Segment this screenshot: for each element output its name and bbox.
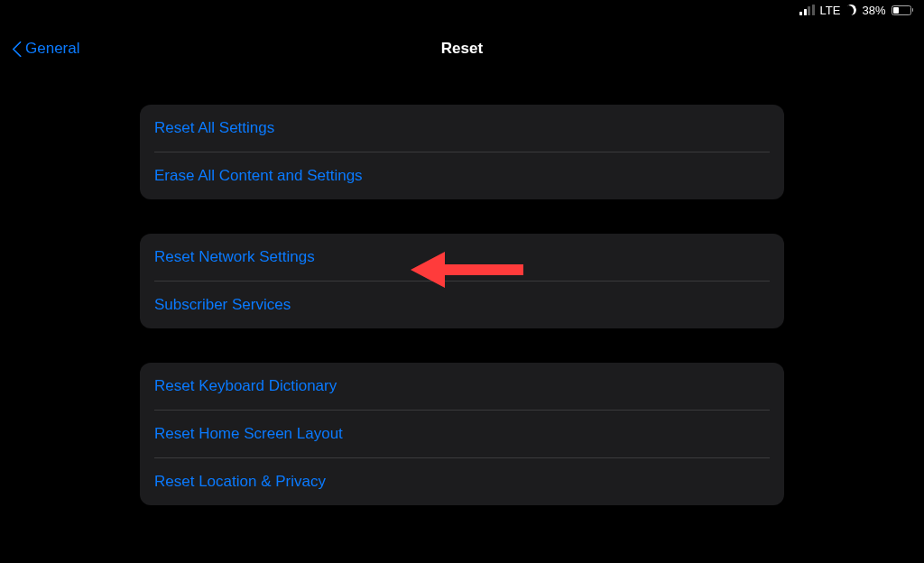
subscriber-services[interactable]: Subscriber Services xyxy=(140,282,784,328)
cell-label: Reset All Settings xyxy=(154,105,770,152)
cell-label: Reset Location & Privacy xyxy=(154,458,770,505)
cell-label: Reset Keyboard Dictionary xyxy=(154,363,770,411)
reset-network-settings[interactable]: Reset Network Settings xyxy=(140,234,784,282)
back-label: General xyxy=(25,40,79,58)
chevron-left-icon xyxy=(11,40,22,58)
battery-percent: 38% xyxy=(862,4,885,17)
do-not-disturb-icon xyxy=(845,5,856,15)
settings-group: Reset All Settings Erase All Content and… xyxy=(140,105,784,199)
content: Reset All Settings Erase All Content and… xyxy=(0,69,924,505)
status-bar: LTE 38% xyxy=(0,0,924,20)
page-title: Reset xyxy=(441,40,483,58)
back-button[interactable]: General xyxy=(11,40,79,58)
reset-home-screen-layout[interactable]: Reset Home Screen Layout xyxy=(140,411,784,458)
battery-icon xyxy=(892,5,914,15)
cell-label: Subscriber Services xyxy=(154,282,770,328)
erase-all-content-settings[interactable]: Erase All Content and Settings xyxy=(140,152,784,199)
cell-label: Reset Network Settings xyxy=(154,234,770,282)
cell-label: Reset Home Screen Layout xyxy=(154,411,770,458)
reset-all-settings[interactable]: Reset All Settings xyxy=(140,105,784,152)
cellular-signal-icon xyxy=(799,5,815,15)
reset-keyboard-dictionary[interactable]: Reset Keyboard Dictionary xyxy=(140,363,784,411)
network-type: LTE xyxy=(820,4,841,17)
settings-group: Reset Network Settings Subscriber Servic… xyxy=(140,234,784,328)
cell-label: Erase All Content and Settings xyxy=(154,152,770,199)
settings-group: Reset Keyboard Dictionary Reset Home Scr… xyxy=(140,363,784,505)
reset-location-privacy[interactable]: Reset Location & Privacy xyxy=(140,458,784,505)
navigation-bar: General Reset xyxy=(0,29,924,69)
